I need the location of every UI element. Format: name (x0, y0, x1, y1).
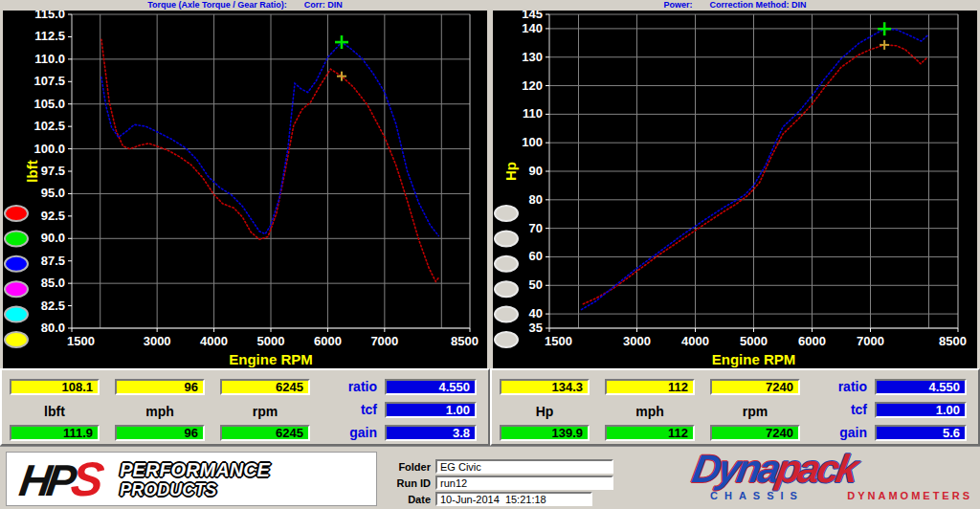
power-xtick-label: 5000 (740, 334, 768, 348)
speed-reference-value: 112 (605, 379, 695, 395)
run-color-button-yellow[interactable] (5, 332, 28, 347)
power-ytick-label: 50 (529, 277, 543, 292)
speed-reference-value: 96 (115, 379, 205, 395)
ratio-value: 4.550 (385, 379, 477, 395)
rpm-current-value: 6245 (220, 425, 310, 441)
power-ytick-label: 60 (529, 249, 543, 263)
torque-chart-header: Torque (Axle Torque / Gear Ratio): Corr:… (0, 0, 490, 11)
run-info-fields: Folder Run ID Date (385, 459, 613, 508)
rpm-current-value: 7240 (710, 425, 800, 441)
torque-ytick-label: 105.0 (33, 97, 65, 111)
ratio-label: ratio (808, 379, 867, 394)
torque-xtick-label: 8500 (451, 334, 479, 348)
power-plot: 1451401301201101009080706050403515003000… (493, 11, 977, 368)
date-input[interactable] (435, 492, 592, 506)
power-chart-panel: Power: Correction Method: DIN 1451401301… (490, 0, 980, 368)
power-readout-panel: 134.3 112 7240 Hp mph rpm 139.9 112 7240… (490, 368, 980, 446)
torque-chart-panel: Torque (Axle Torque / Gear Ratio): Corr:… (0, 0, 490, 368)
power-x-axis-title: Engine RPM (712, 351, 796, 367)
torque-ytick-label: 87.5 (41, 254, 65, 268)
torque-ytick-label: 97.5 (41, 164, 65, 178)
power-correction-label: Correction Method: DIN (710, 0, 807, 11)
footer: HPS PERFORMANCE PRODUCTS Folder Run ID D… (0, 446, 980, 509)
power-xtick-label: 4000 (681, 334, 709, 348)
hps-word-products: PRODUCTS (120, 480, 270, 499)
rpm-reference-value: 7240 (710, 379, 800, 395)
run-button-4[interactable] (495, 281, 518, 297)
hps-logo-words: PERFORMANCE PRODUCTS (120, 459, 270, 499)
torque-ytick-label: 90.0 (41, 231, 65, 245)
torque-chart-canvas: 115.0112.5110.0107.5105.0102.5100.097.59… (0, 11, 490, 368)
hps-logo: HPS PERFORMANCE PRODUCTS (6, 452, 377, 506)
speed-unit-label: mph (605, 404, 695, 419)
torque-ytick-label: 107.5 (33, 74, 65, 88)
torque-xtick-label: 1500 (67, 334, 95, 348)
power-current-value: 139.9 (500, 425, 590, 441)
run-button-6[interactable] (495, 332, 518, 347)
power-xtick-label: 6000 (798, 334, 826, 348)
torque-ytick-label: 82.5 (41, 299, 65, 313)
torque-ytick-label: 112.5 (34, 29, 65, 43)
torque-ytick-label: 110.0 (34, 52, 65, 66)
power-ytick-label: 70 (529, 221, 543, 235)
torque-x-axis-title: Engine RPM (229, 351, 313, 367)
run-id-input[interactable] (435, 476, 613, 490)
tcf-value: 1.00 (875, 402, 967, 418)
run-id-field-row: Run ID (385, 476, 613, 490)
folder-label: Folder (385, 461, 431, 473)
folder-field-row: Folder (385, 459, 613, 474)
run-color-button-green[interactable] (5, 231, 28, 246)
run-color-button-cyan[interactable] (5, 307, 28, 322)
dynapack-pack-text: pack (773, 447, 859, 491)
torque-plot: 115.0112.5110.0107.5105.0102.5100.097.59… (3, 11, 487, 368)
torque-correction-label: Corr: DIN (304, 0, 343, 11)
power-reference-value: 134.3 (500, 379, 590, 395)
rpm-unit-label: rpm (220, 404, 310, 419)
torque-xtick-label: 5000 (257, 334, 285, 348)
run-button-2[interactable] (495, 231, 518, 246)
run-button-1[interactable] (495, 206, 518, 221)
chart-row: Torque (Axle Torque / Gear Ratio): Corr:… (0, 0, 980, 368)
gain-value: 3.8 (385, 425, 477, 441)
run-color-button-magenta[interactable] (5, 281, 28, 297)
power-unit-label: Hp (500, 404, 590, 419)
date-label: Date (385, 494, 431, 505)
run-color-button-red[interactable] (5, 206, 28, 221)
torque-readout-panel: 108.1 96 6245 lbft mph rpm 111.9 96 6245… (0, 368, 490, 446)
torque-chart-title: Torque (Axle Torque / Gear Ratio): (147, 0, 287, 11)
torque-xtick-label: 3000 (144, 334, 171, 348)
power-ytick-label: 80 (529, 192, 543, 207)
gain-label: gain (318, 425, 377, 440)
power-ytick-label: 40 (529, 306, 543, 321)
readout-row: 108.1 96 6245 lbft mph rpm 111.9 96 6245… (0, 368, 980, 446)
hps-logo-letters: HPS (16, 452, 102, 507)
torque-current-value: 111.9 (10, 425, 100, 441)
torque-ytick-label: 85.0 (41, 276, 65, 290)
power-ytick-label: 90 (529, 164, 543, 178)
torque-unit-label: lbft (10, 404, 100, 419)
power-xtick-label: 3000 (623, 334, 651, 348)
dynapack-dyna-text: Dyna (689, 447, 781, 491)
power-ytick-label: 145 (522, 11, 543, 21)
hps-word-performance: PERFORMANCE (120, 459, 270, 480)
power-ytick-label: 35 (529, 321, 543, 335)
dynapack-logo-text: Dynapack (689, 449, 979, 489)
speed-current-value: 112 (605, 425, 695, 441)
power-chart-title: Power: (663, 0, 692, 11)
gain-label: gain (808, 425, 867, 440)
date-field-row: Date (385, 492, 613, 506)
torque-ytick-label: 80.0 (41, 321, 65, 335)
power-ytick-label: 120 (522, 78, 543, 93)
power-xtick-label: 8500 (939, 334, 967, 348)
run-button-3[interactable] (495, 256, 518, 272)
power-xtick-label: 7000 (857, 334, 884, 348)
tcf-label: tcf (318, 402, 377, 417)
tcf-value: 1.00 (385, 402, 477, 418)
folder-input[interactable] (435, 459, 613, 474)
torque-y-axis-title: lbft (24, 160, 40, 182)
run-button-5[interactable] (495, 307, 518, 322)
torque-ytick-label: 92.5 (41, 209, 65, 223)
power-chart-header: Power: Correction Method: DIN (490, 0, 980, 11)
power-ytick-label: 110 (523, 106, 543, 121)
run-color-button-blue[interactable] (5, 256, 28, 272)
